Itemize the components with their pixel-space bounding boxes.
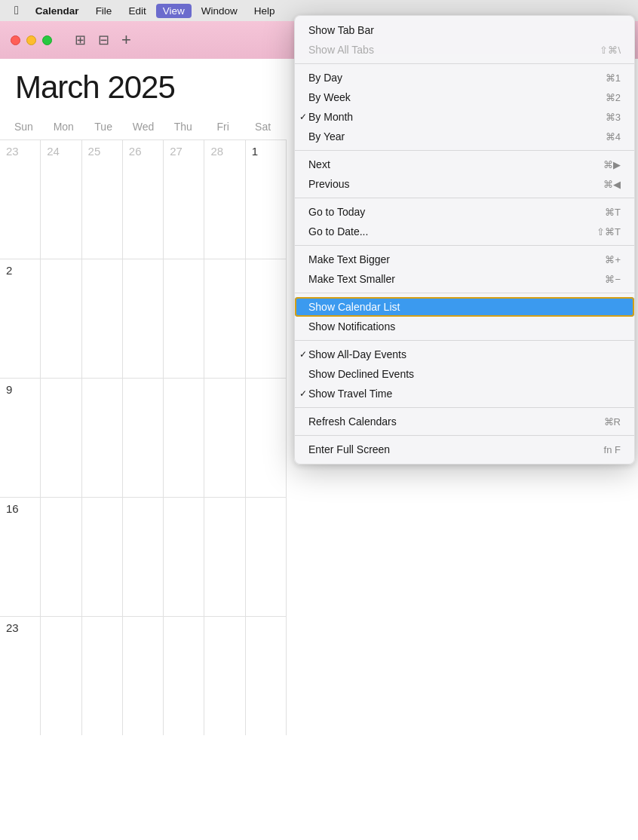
cal-cell-19[interactable]: [123, 498, 164, 616]
menu-next[interactable]: Next ⌘▶: [295, 155, 634, 174]
menu-by-day[interactable]: By Day ⌘1: [295, 68, 634, 87]
cal-cell-15[interactable]: [246, 379, 287, 497]
calendar-month-header: March 2025: [0, 59, 287, 113]
divider-1: [295, 63, 634, 64]
calendar-week-3: 9: [0, 378, 287, 497]
day-wed: Wed: [124, 117, 164, 136]
cal-cell-12[interactable]: [123, 379, 164, 497]
divider-4: [295, 245, 634, 246]
menu-go-to-today[interactable]: Go to Today ⌘T: [295, 202, 634, 222]
calendar-week-4: 16: [0, 497, 287, 616]
menu-make-text-smaller[interactable]: Make Text Smaller ⌘−: [295, 269, 634, 289]
menu-refresh-calendars[interactable]: Refresh Calendars ⌘R: [295, 412, 634, 431]
calendar-week-2: 2: [0, 259, 287, 378]
cal-cell-11[interactable]: [82, 379, 123, 497]
calendar-grid-icon[interactable]: ⊞: [75, 32, 86, 48]
day-fri: Fri: [203, 117, 243, 136]
cal-cell-27-feb[interactable]: 27: [164, 140, 204, 259]
day-thu: Thu: [163, 117, 203, 136]
cal-cell-8[interactable]: [246, 259, 287, 378]
divider-3: [295, 198, 634, 198]
calendar-grid: 23 24 25 26 27 28 1 2 9 16 23: [0, 139, 287, 796]
divider-8: [295, 435, 634, 436]
menu-show-all-tabs[interactable]: Show All Tabs ⇧⌘\: [295, 40, 634, 60]
menu-show-tab-bar[interactable]: Show Tab Bar: [295, 20, 634, 40]
cal-cell-29[interactable]: [246, 617, 287, 735]
cal-cell-20[interactable]: [164, 498, 204, 616]
cal-cell-10[interactable]: [41, 379, 81, 497]
cal-cell-4[interactable]: [82, 259, 123, 378]
month-title: March 2025: [15, 69, 271, 106]
menu-go-to-date[interactable]: Go to Date... ⇧⌘T: [295, 222, 634, 241]
view-dropdown-menu: Show Tab Bar Show All Tabs ⇧⌘\ By Day ⌘1…: [294, 15, 635, 464]
menu-show-declined-events[interactable]: Show Declined Events: [295, 364, 634, 384]
day-sat: Sat: [243, 117, 283, 136]
menu-show-notifications[interactable]: Show Notifications: [295, 317, 634, 336]
minimize-button[interactable]: [26, 35, 36, 45]
cal-cell-23[interactable]: 23: [0, 617, 41, 735]
calendar-week-1: 23 24 25 26 27 28 1: [0, 139, 287, 259]
menu-help[interactable]: Help: [247, 4, 282, 18]
divider-6: [295, 340, 634, 341]
cal-cell-7[interactable]: [204, 259, 245, 378]
cal-cell-5[interactable]: [123, 259, 164, 378]
cal-cell-27[interactable]: [164, 617, 204, 735]
cal-cell-25[interactable]: [82, 617, 123, 735]
day-sun: Sun: [4, 117, 44, 136]
checkmark-icon: ✓: [299, 112, 307, 122]
calendar-week-5: 23: [0, 616, 287, 735]
zoom-button[interactable]: [42, 35, 52, 45]
cal-cell-28[interactable]: [204, 617, 245, 735]
checkmark-icon-2: ✓: [299, 349, 307, 360]
cal-cell-14[interactable]: [204, 379, 245, 497]
add-event-button[interactable]: +: [121, 30, 131, 50]
cal-cell-26[interactable]: [123, 617, 164, 735]
cal-cell-25-feb[interactable]: 25: [82, 140, 123, 259]
cal-cell-16[interactable]: 16: [0, 498, 41, 616]
cal-cell-6[interactable]: [164, 259, 204, 378]
cal-cell-9[interactable]: 9: [0, 379, 41, 497]
cal-cell-1-mar[interactable]: 1: [246, 140, 287, 259]
cal-cell-13[interactable]: [164, 379, 204, 497]
close-button[interactable]: [11, 35, 20, 45]
day-tue: Tue: [84, 117, 124, 136]
cal-cell-21[interactable]: [204, 498, 245, 616]
menu-show-all-day-events[interactable]: ✓ Show All-Day Events: [295, 345, 634, 364]
day-mon: Mon: [44, 117, 84, 136]
menu-view[interactable]: View: [156, 4, 192, 18]
apple-menu[interactable]: : [8, 2, 26, 19]
cal-cell-24[interactable]: [41, 617, 81, 735]
divider-5: [295, 293, 634, 293]
menu-file[interactable]: File: [89, 4, 119, 18]
menu-previous[interactable]: Previous ⌘◀: [295, 174, 634, 194]
cal-cell-24-feb[interactable]: 24: [41, 140, 81, 259]
cal-cell-18[interactable]: [82, 498, 123, 616]
menu-by-month[interactable]: ✓ By Month ⌘3: [295, 107, 634, 127]
menu-by-year[interactable]: By Year ⌘4: [295, 127, 634, 146]
menu-window[interactable]: Window: [195, 4, 244, 18]
divider-7: [295, 407, 634, 408]
menu-calendar[interactable]: Calendar: [29, 4, 86, 18]
inbox-icon[interactable]: ⊟: [98, 32, 109, 48]
menu-edit[interactable]: Edit: [121, 4, 152, 18]
menu-by-week[interactable]: By Week ⌘2: [295, 87, 634, 107]
cal-cell-26-feb[interactable]: 26: [123, 140, 164, 259]
checkmark-icon-3: ✓: [299, 388, 307, 399]
day-headers: Sun Mon Tue Wed Thu Fri Sat: [0, 117, 287, 136]
cal-cell-3[interactable]: [41, 259, 81, 378]
cal-cell-22[interactable]: [246, 498, 287, 616]
cal-cell-23-feb[interactable]: 23: [0, 140, 41, 259]
menu-show-calendar-list[interactable]: Show Calendar List: [295, 297, 634, 317]
menu-make-text-bigger[interactable]: Make Text Bigger ⌘+: [295, 250, 634, 269]
divider-2: [295, 150, 634, 151]
menu-show-travel-time[interactable]: ✓ Show Travel Time: [295, 384, 634, 403]
cal-cell-2[interactable]: 2: [0, 259, 41, 378]
menu-enter-full-screen[interactable]: Enter Full Screen fn F: [295, 440, 634, 459]
cal-cell-28-feb[interactable]: 28: [204, 140, 245, 259]
cal-cell-17[interactable]: [41, 498, 81, 616]
